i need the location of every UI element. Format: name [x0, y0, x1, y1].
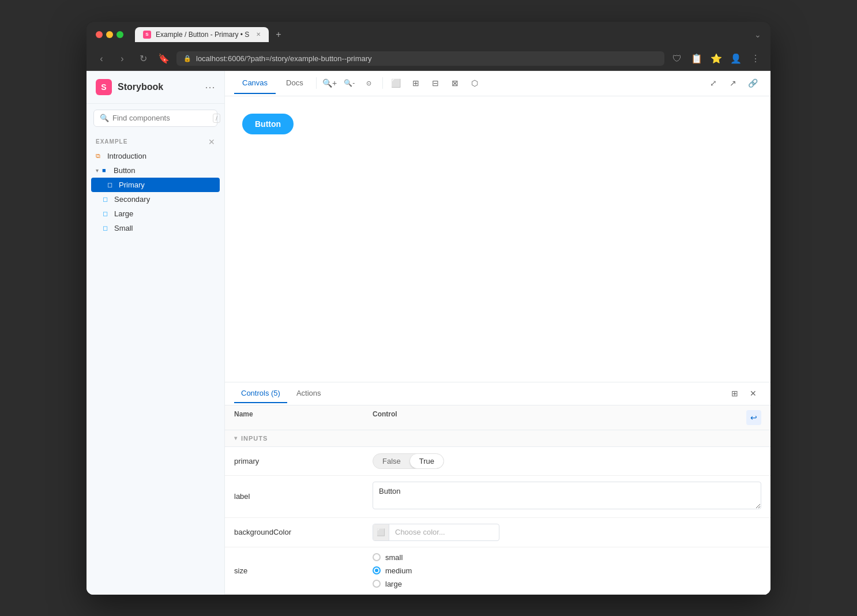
sidebar-menu-button[interactable]: ⋯	[205, 81, 215, 93]
title-bar: S Example / Button - Primary • S ✕ + ⌄	[87, 22, 770, 47]
radio-medium[interactable]: medium	[373, 566, 761, 575]
sidebar-item-label: Introduction	[107, 152, 146, 160]
radio-circle-medium	[373, 566, 381, 574]
control-row-primary: primary False True	[225, 447, 770, 476]
sidebar-item-large[interactable]: ◻ Large	[87, 206, 224, 221]
close-button[interactable]	[96, 31, 103, 38]
sidebar-item-small[interactable]: ◻ Small	[87, 221, 224, 235]
control-name-backgroundcolor: backgroundColor	[234, 528, 373, 536]
radio-small[interactable]: small	[373, 553, 761, 562]
shield-icon[interactable]: 🛡	[669, 51, 685, 67]
toggle-false[interactable]: False	[373, 454, 410, 468]
sidebar-item-label: Secondary	[114, 195, 150, 204]
new-tab-button[interactable]: +	[271, 27, 285, 42]
browser-actions: 🛡 📋 ⭐ 👤 ⋮	[669, 51, 764, 67]
control-name-primary: primary	[234, 457, 373, 465]
sidebar-tree: ⧉ Introduction ▾ ■ Button ◻ Primary ◻ S	[87, 149, 224, 595]
address-bar: ‹ › ↻ 🔖 🔒 localhost:6006/?path=/story/ex…	[87, 47, 770, 71]
search-icon: 🔍	[100, 114, 109, 122]
minimize-button[interactable]	[106, 31, 113, 38]
tab-actions[interactable]: Actions	[290, 384, 328, 403]
extension-icon[interactable]: 📋	[689, 51, 705, 67]
control-row-backgroundcolor: backgroundColor ⬜ Choose color...	[225, 518, 770, 547]
sidebar-item-introduction[interactable]: ⧉ Introduction	[87, 149, 224, 163]
color-placeholder: Choose color...	[389, 524, 451, 540]
preview-button[interactable]: Button	[242, 114, 294, 134]
frame-icon[interactable]: ⬡	[466, 74, 483, 92]
maximize-button[interactable]	[116, 31, 123, 38]
layout-icon[interactable]: ⊠	[446, 74, 464, 92]
search-bar[interactable]: 🔍 /	[93, 110, 217, 127]
reload-button[interactable]: ↻	[135, 51, 151, 67]
menu-icon[interactable]: ⋮	[747, 51, 764, 67]
tab-docs[interactable]: Docs	[278, 73, 311, 94]
section-chevron-icon: ▾	[234, 435, 238, 441]
sidebar-item-primary[interactable]: ◻ Primary	[91, 178, 220, 192]
bookmark-button[interactable]: 🔖	[156, 51, 172, 67]
grid-single-icon[interactable]: ⬜	[388, 74, 405, 92]
controls-tabs: Controls (5) Actions ⊞ ✕	[225, 382, 770, 405]
color-input[interactable]: ⬜ Choose color...	[373, 524, 499, 541]
canvas-toolbar: Canvas Docs 🔍+ 🔍- ⊙ ⬜ ⊞ ⊟ ⊠ ⬡ ⤢ ↗ 🔗	[225, 71, 770, 96]
copy-link-icon[interactable]: 🔗	[744, 74, 761, 92]
control-value-backgroundcolor: ⬜ Choose color...	[373, 524, 761, 541]
radio-large[interactable]: large	[373, 580, 761, 588]
tab-bar: S Example / Button - Primary • S ✕ +	[135, 27, 286, 42]
star-icon[interactable]: ⭐	[708, 51, 724, 67]
control-row-size: size small medium	[225, 547, 770, 595]
external-link-icon[interactable]: ↗	[724, 74, 742, 92]
tab-controls[interactable]: Controls (5)	[234, 384, 287, 403]
active-tab[interactable]: S Example / Button - Primary • S ✕	[135, 27, 269, 42]
controls-table-header: Name Control ↩	[225, 405, 770, 430]
radio-circle-small	[373, 553, 381, 561]
story-icon: ◻	[103, 210, 111, 217]
tab-favicon: S	[143, 31, 151, 39]
col-name-header: Name	[234, 410, 373, 425]
traffic-lights	[96, 31, 123, 38]
tab-canvas[interactable]: Canvas	[234, 73, 276, 94]
sidebar-item-secondary[interactable]: ◻ Secondary	[87, 192, 224, 206]
control-value-label: Button	[373, 482, 761, 512]
zoom-out-icon[interactable]: 🔍-	[341, 74, 358, 92]
inputs-section-header: ▾ INPUTS	[225, 430, 770, 447]
radio-label-small: small	[385, 553, 403, 562]
zoom-reset-icon[interactable]: ⊙	[360, 74, 378, 92]
forward-button[interactable]: ›	[114, 51, 130, 67]
back-button[interactable]: ‹	[93, 51, 110, 67]
tab-close-icon[interactable]: ✕	[256, 31, 261, 37]
close-panel-icon[interactable]: ✕	[745, 385, 761, 401]
control-name-size: size	[234, 566, 373, 575]
sidebar-section-close-button[interactable]: ✕	[208, 137, 215, 147]
grid-multi-icon[interactable]: ⊞	[407, 74, 424, 92]
storybook-logo: S	[96, 79, 112, 95]
zoom-in-icon[interactable]: 🔍+	[321, 74, 339, 92]
sidebar-item-button[interactable]: ▾ ■ Button	[87, 163, 224, 178]
reset-controls-button[interactable]: ↩	[746, 410, 761, 425]
address-input-container[interactable]: 🔒 localhost:6006/?path=/story/example-bu…	[176, 51, 664, 66]
search-input[interactable]	[112, 114, 209, 122]
grid-icon[interactable]: ⊟	[427, 74, 444, 92]
tab-title: Example / Button - Primary • S	[156, 31, 249, 39]
control-value-primary: False True	[373, 453, 761, 469]
expand-panel-icon[interactable]: ⊞	[727, 385, 743, 401]
browser-window: S Example / Button - Primary • S ✕ + ⌄ ‹…	[87, 22, 770, 595]
book-icon: ⧉	[96, 152, 104, 160]
canvas-area: Button	[225, 96, 770, 382]
color-swatch[interactable]: ⬜	[373, 524, 389, 540]
sidebar: S Storybook ⋯ 🔍 / EXAMPLE ✕ ⧉ Introducti…	[87, 71, 225, 595]
control-value-size: small medium large	[373, 553, 761, 588]
address-text: localhost:6006/?path=/story/example-butt…	[196, 54, 372, 63]
label-textarea[interactable]: Button	[373, 482, 761, 509]
profile-icon[interactable]: 👤	[728, 51, 744, 67]
toggle-true[interactable]: True	[410, 454, 443, 468]
chevron-down-icon: ▾	[96, 167, 99, 174]
sidebar-item-label: Button	[114, 166, 136, 175]
lock-icon: 🔒	[183, 55, 191, 62]
checkerboard-icon: ⬜	[377, 528, 385, 536]
fullscreen-icon[interactable]: ⤢	[705, 74, 722, 92]
main-area: Canvas Docs 🔍+ 🔍- ⊙ ⬜ ⊞ ⊟ ⊠ ⬡ ⤢ ↗ 🔗	[225, 71, 770, 595]
radio-circle-large	[373, 580, 381, 588]
sidebar-item-label: Primary	[119, 181, 145, 189]
control-row-label: label Button	[225, 476, 770, 518]
sidebar-item-label: Large	[114, 209, 133, 218]
